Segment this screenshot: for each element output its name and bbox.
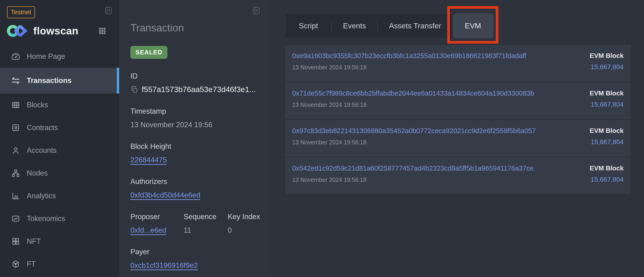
key-index-value: 0 bbox=[228, 226, 260, 235]
sidebar-item-label: Nodes bbox=[27, 169, 48, 177]
timestamp-label: Timestamp bbox=[130, 107, 270, 116]
sidebar-item-label: Home Page bbox=[27, 52, 65, 61]
sidebar-item-blocks[interactable]: Blocks bbox=[0, 93, 119, 116]
status-badge: SEALED bbox=[130, 46, 168, 59]
person-icon bbox=[11, 146, 21, 155]
contract-list-icon bbox=[11, 123, 21, 132]
table-row: 0x71de55c7f989c8ce6bb2bffabdbe2044ee6a01… bbox=[285, 82, 631, 119]
evm-tx-hash-link[interactable]: 0x71de55c7f989c8ce6bb2bffabdbe2044ee6a01… bbox=[292, 89, 534, 97]
sidebar-item-ft[interactable]: FT bbox=[0, 253, 119, 275]
tab-events[interactable]: Events bbox=[332, 13, 377, 38]
sidebar-item-accounts[interactable]: Accounts bbox=[0, 139, 119, 162]
cube-icon bbox=[11, 260, 21, 269]
sidebar-item-label: FT bbox=[27, 260, 36, 268]
transfer-arrows-icon bbox=[11, 76, 21, 85]
sidebar-item-label: Contracts bbox=[27, 123, 58, 132]
evm-tx-timestamp: 13 November 2024 19:56:18 bbox=[292, 101, 534, 108]
four-squares-icon bbox=[11, 237, 21, 246]
collapse-panel-icon[interactable] bbox=[252, 6, 261, 15]
sidebar-item-label: Transactions bbox=[27, 76, 72, 85]
payer-address-link[interactable]: 0xcb1cf3196916f9e2 bbox=[130, 261, 198, 270]
payer-label: Payer bbox=[130, 248, 270, 256]
table-row: 0x542ed1c92d59c21d81a60f258777457ad4b232… bbox=[285, 157, 631, 194]
sidebar-item-contracts[interactable]: Contracts bbox=[0, 116, 119, 139]
sequence-value: 11 bbox=[184, 226, 228, 235]
evm-block-label: EVM Block bbox=[590, 165, 624, 172]
tab-script[interactable]: Script bbox=[286, 13, 332, 38]
table-row: 0x97c83d3eb8221431306880a35452a0b0772cec… bbox=[285, 120, 631, 157]
timestamp-value: 13 November 2024 19:56 bbox=[130, 121, 270, 129]
sidebar-nav: Home Page Transactions Blocks bbox=[0, 45, 119, 275]
sidebar-item-label: Blocks bbox=[27, 101, 48, 109]
copy-icon[interactable] bbox=[130, 85, 138, 93]
evm-tx-timestamp: 13 November 2024 19:56:18 bbox=[292, 64, 526, 71]
active-indicator-bar bbox=[117, 68, 119, 93]
sidebar-item-tokenomics[interactable]: Tokenomics bbox=[0, 207, 119, 230]
authorizer-address-link[interactable]: 0xfd3b4cd50d44e6ed bbox=[130, 191, 200, 199]
sequence-label: Sequence bbox=[184, 213, 228, 221]
evm-block-label: EVM Block bbox=[590, 52, 624, 59]
apps-grid-icon[interactable] bbox=[98, 27, 106, 35]
proposer-address-link[interactable]: 0xfd...e6ed bbox=[130, 226, 166, 234]
key-index-label: Key Index bbox=[228, 213, 260, 221]
sidebar-item-transactions[interactable]: Transactions bbox=[0, 68, 119, 93]
speedometer-icon bbox=[11, 51, 21, 61]
table-row: 0xe9a1603bc9355fc307b23eccfb3bfc1a3255a0… bbox=[285, 45, 631, 82]
sidebar-item-analytics[interactable]: Analytics bbox=[0, 184, 119, 207]
evm-block-number-link[interactable]: 15,667,804 bbox=[591, 101, 624, 108]
evm-block-label: EVM Block bbox=[590, 127, 624, 135]
tab-assets-transfer[interactable]: Assets Transfer bbox=[378, 13, 453, 38]
sidebar-item-home-page[interactable]: Home Page bbox=[0, 45, 119, 68]
transaction-id-value: f557a1573b76aa53e73d46f3e1... bbox=[142, 85, 256, 94]
evm-tx-timestamp: 13 November 2024 19:56:18 bbox=[292, 139, 536, 146]
evm-block-label: EVM Block bbox=[590, 89, 624, 97]
authorizers-label: Authorizers bbox=[130, 177, 270, 186]
sidebar-item-label: Accounts bbox=[27, 146, 57, 155]
table-grid-icon bbox=[11, 100, 21, 110]
id-label: ID bbox=[130, 72, 270, 80]
evm-tx-hash-link[interactable]: 0x97c83d3eb8221431306880a35452a0b0772cec… bbox=[292, 127, 536, 135]
evm-tx-timestamp: 13 November 2024 19:56:18 bbox=[292, 176, 534, 183]
brand-name: flowscan bbox=[33, 25, 78, 37]
block-height-link[interactable]: 226844475 bbox=[130, 156, 167, 164]
proposer-label: Proposer bbox=[130, 213, 184, 221]
sidebar-item-nodes[interactable]: Nodes bbox=[0, 162, 119, 184]
hierarchy-icon bbox=[11, 169, 21, 178]
sidebar: Testnet flowscan bbox=[0, 0, 119, 277]
network-badge: Testnet bbox=[7, 6, 35, 18]
sidebar-item-label: Tokenomics bbox=[27, 214, 65, 223]
bar-chart-icon bbox=[11, 191, 21, 201]
sidebar-item-label: NFT bbox=[27, 237, 41, 246]
evm-tx-hash-link[interactable]: 0xe9a1603bc9355fc307b23eccfb3bfc1a3255a0… bbox=[292, 52, 526, 60]
flowscan-logo bbox=[6, 23, 28, 38]
sidebar-item-nft[interactable]: NFT bbox=[0, 230, 119, 253]
collapse-sidebar-icon[interactable] bbox=[104, 6, 113, 15]
tab-bar: Script Events Assets Transfer EVM bbox=[285, 13, 494, 38]
page-title: Transaction bbox=[130, 22, 270, 34]
evm-block-number-link[interactable]: 15,667,804 bbox=[591, 63, 624, 71]
evm-block-number-link[interactable]: 15,667,804 bbox=[591, 138, 624, 146]
tab-evm[interactable]: EVM bbox=[453, 13, 493, 38]
brand[interactable]: flowscan bbox=[6, 22, 112, 39]
block-height-label: Block Height bbox=[130, 142, 270, 151]
evm-block-number-link[interactable]: 15,667,804 bbox=[591, 176, 624, 183]
evm-transaction-list: 0xe9a1603bc9355fc307b23eccfb3bfc1a3255a0… bbox=[285, 45, 631, 194]
main-content: Script Events Assets Transfer EVM 0xe9a1… bbox=[270, 0, 644, 277]
sidebar-item-label: Analytics bbox=[27, 192, 56, 200]
line-chart-icon bbox=[11, 214, 21, 223]
evm-tx-hash-link[interactable]: 0x542ed1c92d59c21d81a60f258777457ad4b232… bbox=[292, 165, 534, 172]
transaction-detail-panel: Transaction SEALED ID f557a1573b76aa53e7… bbox=[119, 0, 270, 277]
